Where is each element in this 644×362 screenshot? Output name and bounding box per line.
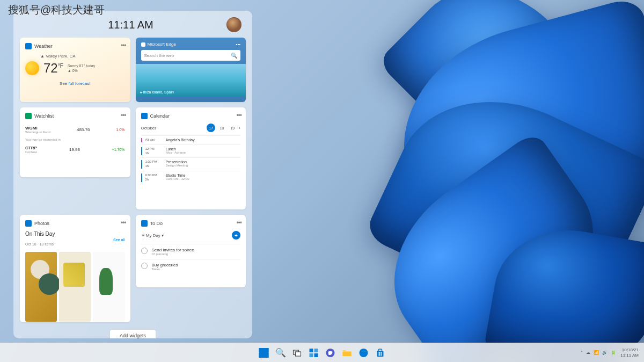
stock-row[interactable]: WGMIWashington Food485.761.0%	[25, 124, 125, 136]
checkbox-icon[interactable]	[141, 248, 148, 254]
file-explorer-button[interactable]	[340, 345, 355, 360]
calendar-day[interactable]: 18	[217, 124, 226, 132]
calendar-day[interactable]: 19	[228, 124, 237, 132]
photos-title: Photos	[34, 221, 49, 226]
svg-rect-2	[310, 349, 313, 352]
user-avatar[interactable]	[226, 17, 241, 32]
todo-item[interactable]: Buy groceriesTasks	[141, 259, 241, 274]
edge-icon	[141, 42, 145, 47]
watermark-text: 搜狐号@科技犬建哥	[8, 3, 105, 17]
add-task-button[interactable]: +	[232, 231, 240, 240]
todo-widget[interactable]: To Do ••• ☀ My Day ▾ + Send invites for …	[136, 215, 246, 287]
svg-rect-11	[379, 352, 380, 354]
wifi-icon[interactable]: 📶	[594, 350, 599, 355]
calendar-event[interactable]: 12 PM1hLunchNico · Adriana	[141, 144, 241, 158]
svg-rect-3	[314, 349, 318, 352]
taskbar-clock[interactable]: 10/18/21 11:11 AM	[620, 347, 639, 358]
calendar-widget[interactable]: Calendar ••• October 17 18 19 › All dayA…	[136, 107, 246, 209]
widgets-button[interactable]	[306, 345, 321, 360]
bing-widget[interactable]: Microsoft Edge••• Search the web 🔍 ● Ibi…	[136, 38, 246, 102]
widget-menu-icon[interactable]: •••	[121, 219, 126, 227]
battery-icon[interactable]: 🔋	[611, 350, 616, 355]
start-button[interactable]	[257, 345, 272, 360]
todo-item[interactable]: Send invites for soireeOf planning	[141, 244, 241, 259]
add-widgets-button[interactable]: Add widgets	[110, 330, 156, 338]
calendar-event[interactable]: All dayAngela's Birthday	[141, 135, 241, 144]
finance-widget[interactable]: Watchlist ••• WGMIWashington Food485.761…	[20, 107, 130, 177]
photo-thumbnail[interactable]	[59, 252, 91, 322]
bing-image: ● Ibiza Island, Spain	[136, 64, 246, 96]
chat-button[interactable]	[323, 345, 338, 360]
search-button[interactable]: 🔍	[273, 345, 288, 360]
chevron-icon[interactable]: ›	[239, 126, 240, 131]
chevron-up-icon[interactable]: ˄	[581, 350, 583, 355]
sun-icon	[25, 61, 39, 75]
search-input[interactable]: Search the web 🔍	[141, 50, 241, 61]
todo-list-selector[interactable]: ☀ My Day ▾	[141, 233, 164, 238]
widget-menu-icon[interactable]: •••	[236, 42, 240, 47]
edge-button[interactable]	[356, 345, 371, 360]
panel-clock: 11:11 AM	[108, 19, 153, 31]
widget-menu-icon[interactable]: •••	[121, 42, 126, 49]
checkbox-icon[interactable]	[141, 263, 148, 269]
see-all-link[interactable]: See all	[113, 238, 125, 242]
weather-location: ▲ Valley Park, CA	[40, 54, 125, 59]
photo-thumbnail[interactable]	[93, 252, 125, 322]
calendar-event[interactable]: 1:30 PM1hPresentationDesign Meeting	[141, 157, 241, 171]
svg-rect-1	[296, 352, 301, 356]
volume-icon[interactable]: 🔊	[602, 350, 608, 355]
svg-rect-5	[314, 353, 318, 357]
weather-title: Weather	[34, 44, 53, 49]
svg-rect-7	[343, 352, 352, 356]
onedrive-icon[interactable]: ☁	[586, 350, 590, 355]
widget-menu-icon[interactable]: •••	[121, 112, 126, 119]
todo-title: To Do	[150, 221, 163, 226]
svg-rect-12	[380, 352, 382, 354]
calendar-month: October	[141, 126, 205, 131]
svg-rect-14	[380, 354, 382, 356]
weather-desc: Sunny 87° today	[68, 63, 95, 68]
temperature: 72°F	[43, 61, 63, 76]
widget-menu-icon[interactable]: •••	[236, 112, 241, 119]
widgets-panel: 11:11 AM Weather ••• ▲ Valley Park, CA 7…	[13, 11, 252, 338]
svg-rect-13	[379, 354, 380, 356]
widget-menu-icon[interactable]: •••	[236, 219, 241, 227]
svg-rect-10	[379, 349, 382, 351]
calendar-event[interactable]: 6:00 PM2hStudio TimeCore Hrs · 12:00	[141, 171, 241, 184]
taskbar: 🔍 ˄ ☁ 📶 🔊 🔋 10/18/21 11:11 AM	[0, 343, 644, 362]
search-icon: 🔍	[231, 53, 237, 59]
task-view-button[interactable]	[290, 345, 305, 360]
photos-widget[interactable]: Photos ••• On This Day Oct 18 · 13 items…	[20, 215, 130, 322]
svg-point-8	[360, 349, 368, 357]
finance-title: Watchlist	[34, 113, 54, 119]
system-tray[interactable]: ˄ ☁ 📶 🔊 🔋	[581, 350, 616, 355]
photo-thumbnail[interactable]	[25, 252, 57, 322]
stock-row[interactable]: CTRPContoso19.98+1.70%	[25, 143, 125, 156]
calendar-day-selected[interactable]: 17	[207, 124, 215, 132]
forecast-link[interactable]: See full forecast	[25, 81, 125, 86]
svg-rect-4	[310, 353, 313, 357]
calendar-title: Calendar	[150, 113, 170, 119]
store-button[interactable]	[373, 345, 388, 360]
weather-widget[interactable]: Weather ••• ▲ Valley Park, CA 72°F Sunny…	[20, 38, 130, 102]
